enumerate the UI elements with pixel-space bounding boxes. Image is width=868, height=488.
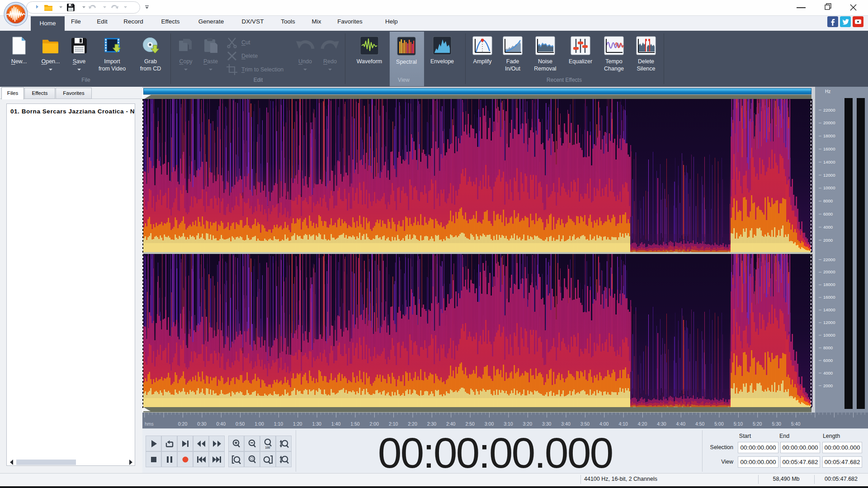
svg-text:14000: 14000: [823, 307, 835, 312]
svg-text:14000: 14000: [823, 160, 835, 164]
svg-text:5:40: 5:40: [791, 421, 801, 427]
svg-text:4000: 4000: [823, 225, 833, 230]
svg-text:2000: 2000: [823, 238, 833, 243]
svg-text:3:50: 3:50: [580, 421, 590, 427]
svg-text:3:00: 3:00: [485, 421, 494, 427]
svg-text:4000: 4000: [823, 371, 833, 375]
svg-text:hms: hms: [145, 421, 154, 427]
svg-text:4:50: 4:50: [695, 421, 705, 427]
svg-text:Hz: Hz: [825, 89, 830, 94]
svg-text:6000: 6000: [823, 211, 833, 216]
svg-text:6000: 6000: [823, 358, 833, 363]
svg-text:10000: 10000: [823, 185, 835, 190]
svg-text:0:40: 0:40: [217, 421, 226, 427]
svg-text:20000: 20000: [823, 120, 835, 125]
svg-text:10000: 10000: [823, 333, 835, 338]
svg-text:18000: 18000: [823, 282, 835, 287]
svg-text:8000: 8000: [823, 345, 833, 350]
svg-text:12000: 12000: [823, 173, 835, 178]
svg-text:3:30: 3:30: [542, 421, 552, 427]
svg-text:16000: 16000: [823, 295, 835, 300]
svg-text:5:30: 5:30: [772, 421, 781, 427]
svg-text:12000: 12000: [823, 320, 835, 325]
svg-text:4:00: 4:00: [599, 421, 609, 427]
svg-text:3:20: 3:20: [523, 421, 533, 427]
svg-text:5:10: 5:10: [734, 421, 743, 427]
svg-text:2:00: 2:00: [370, 421, 379, 427]
svg-text:100: 100: [265, 446, 270, 449]
svg-text:0:50: 0:50: [236, 421, 245, 427]
svg-text:22000: 22000: [823, 257, 835, 262]
svg-text:2000: 2000: [823, 383, 833, 388]
svg-text:3:10: 3:10: [504, 421, 513, 427]
svg-text:1:10: 1:10: [274, 421, 283, 427]
svg-text:0:30: 0:30: [197, 421, 207, 427]
svg-text:5:20: 5:20: [753, 421, 762, 427]
svg-text:2:50: 2:50: [465, 421, 475, 427]
svg-text:22000: 22000: [823, 108, 835, 113]
svg-text:4:10: 4:10: [618, 421, 628, 427]
svg-text:2:40: 2:40: [446, 421, 456, 427]
svg-text:4:40: 4:40: [676, 421, 686, 427]
svg-text:18000: 18000: [823, 133, 835, 138]
svg-text:1:20: 1:20: [293, 421, 302, 427]
svg-text:3:40: 3:40: [561, 421, 571, 427]
svg-text:4:20: 4:20: [638, 421, 647, 427]
svg-text:2:10: 2:10: [389, 421, 398, 427]
svg-text:16000: 16000: [823, 146, 835, 151]
svg-text:8000: 8000: [823, 198, 833, 203]
svg-text:2:20: 2:20: [408, 421, 417, 427]
svg-text:5:00: 5:00: [714, 421, 724, 427]
svg-text:4:30: 4:30: [657, 421, 666, 427]
svg-text:1:50: 1:50: [350, 421, 360, 427]
svg-text:2:30: 2:30: [427, 421, 437, 427]
svg-text:20000: 20000: [823, 269, 835, 274]
svg-text:1:40: 1:40: [331, 421, 341, 427]
svg-text:0:20: 0:20: [178, 421, 188, 427]
svg-text:1:30: 1:30: [312, 421, 321, 427]
svg-text:1:00: 1:00: [255, 421, 264, 427]
